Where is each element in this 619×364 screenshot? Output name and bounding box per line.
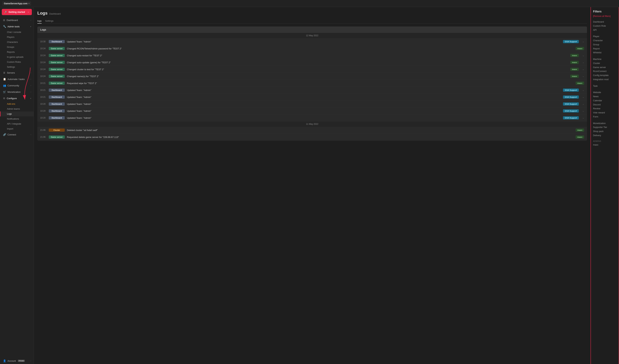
filter-item-integration-mod[interactable]: Integration mod: [593, 78, 617, 81]
log-time: 10:24: [40, 68, 47, 70]
sidebar-sub-ingame-uploads[interactable]: In-game uploads: [0, 54, 34, 60]
tab-settings[interactable]: Settings: [45, 18, 54, 24]
log-time: 10:24: [40, 47, 47, 50]
sidebar-sub-custom-roles[interactable]: Custom Roles: [0, 60, 34, 65]
log-expand-icon[interactable]: ⌄: [582, 89, 584, 91]
log-badge-gameserver: Game server: [49, 54, 65, 57]
sidebar-sub-admin-teams[interactable]: Admin teams: [0, 107, 34, 111]
sidebar-item-servers[interactable]: 🖥 Servers ›: [0, 69, 34, 76]
sidebar-sub-players[interactable]: Players: [0, 35, 34, 40]
filter-item-vote-reward[interactable]: Vote reward: [593, 111, 617, 115]
configure-icon: ⚙: [3, 97, 5, 100]
tab-logs[interactable]: logs: [37, 18, 42, 24]
log-row[interactable]: 10:21 Dashboard Updated Team: "Admin" GS…: [37, 94, 587, 101]
filter-item-maxx[interactable]: maxx: [593, 143, 617, 147]
sidebar-sub-chat-console[interactable]: Chat / console: [0, 30, 34, 35]
community-icon: 👥: [3, 84, 6, 87]
filter-item-custom-role[interactable]: Custom Role: [593, 24, 617, 28]
log-row[interactable]: 10:20 Dashboard Updated Team: "Admin" GS…: [37, 114, 587, 121]
remove-all-filters-link[interactable]: [Remove all filters]: [593, 15, 617, 17]
monetization-icon: 🛒: [3, 91, 6, 93]
log-expand-icon[interactable]: ⌄: [582, 103, 584, 105]
log-expand-icon[interactable]: ⌄: [582, 40, 584, 43]
sidebar-sub-import[interactable]: Import: [0, 126, 34, 131]
filter-group-1: Dashboard Custom Role API: [593, 20, 617, 32]
filter-item-character[interactable]: Character: [593, 39, 617, 43]
log-expand-icon[interactable]: ⌄: [582, 68, 584, 70]
log-expand-icon[interactable]: ⌄: [582, 75, 584, 78]
log-row[interactable]: 10:21 Game server Requested wipe for "TE…: [37, 80, 587, 87]
sidebar-sub-addons[interactable]: Add-ons: [0, 101, 34, 107]
sidebar-sub-groups[interactable]: Groups: [0, 45, 34, 50]
account-private-badge: Private: [18, 360, 25, 362]
log-badge-dashboard: Dashboard: [49, 89, 65, 92]
filter-item-game-server[interactable]: Game server: [593, 65, 617, 69]
log-row[interactable]: 10:24 Game server Changed name(s) for "T…: [37, 73, 587, 80]
sidebar-item-community[interactable]: 👥 Community ›: [0, 82, 34, 89]
filter-item-shop-pack[interactable]: Shop pack: [593, 129, 617, 134]
filter-group-6: Monetization Supporter Tier Shop pack De…: [593, 121, 617, 137]
app-dropdown-arrow: ▾: [28, 2, 29, 4]
log-row[interactable]: 10:24 Game server Changed cluster to tes…: [37, 66, 587, 73]
sidebar: 🚀 Getting started → ⊞ Dashboard › 🔧 Admi…: [0, 7, 34, 364]
log-expand-icon[interactable]: ⌄: [582, 96, 584, 98]
app-title[interactable]: GameServerApp.com ▾: [2, 1, 31, 5]
log-expand-icon[interactable]: ⌄: [582, 54, 584, 57]
sidebar-item-configure[interactable]: ⚙ Configure ▾: [0, 95, 34, 101]
filter-item-config-template[interactable]: Config template: [593, 73, 617, 78]
sidebar-item-automate-tasks[interactable]: 📋 Automate / tasks ›: [0, 76, 34, 82]
log-expand-icon[interactable]: ⌄: [582, 61, 584, 64]
filter-item-machine[interactable]: Machine: [593, 57, 617, 61]
main-content: Logs Dashboard logs Settings Logs 12 May…: [34, 7, 591, 364]
sidebar-sub-notifications[interactable]: Notifications: [0, 116, 34, 121]
filter-item-website[interactable]: Website: [593, 91, 617, 94]
filter-item-news[interactable]: News: [593, 94, 617, 99]
log-message: Deleted cluster "sd fsdaf sadf": [67, 129, 574, 132]
log-row[interactable]: 10:21 Dashboard Updated Team: "Admin" GS…: [37, 87, 587, 94]
filter-item-player[interactable]: Player: [593, 34, 617, 39]
filter-item-form[interactable]: Form: [593, 115, 617, 119]
filter-item-delivery[interactable]: Delivery: [593, 134, 617, 137]
log-user-maxx: maxx: [570, 54, 579, 57]
log-user-maxx: maxx: [576, 81, 584, 85]
filter-item-discord[interactable]: Discord: [593, 103, 617, 107]
log-badge-dashboard: Dashboard: [49, 40, 65, 43]
sidebar-sub-settings[interactable]: Settings: [0, 65, 34, 69]
log-row[interactable]: 10:30 Dashboard Updated Team: "Admin" GS…: [37, 38, 587, 45]
sidebar-sub-logs[interactable]: Logs: [0, 111, 34, 116]
filter-item-report[interactable]: Report: [593, 47, 617, 51]
filter-item-supporter-tier[interactable]: Supporter Tier: [593, 125, 617, 129]
log-row[interactable]: 10:20 Dashboard Updated Team: "Admin" GS…: [37, 101, 587, 108]
sidebar-sub-characters[interactable]: Characters: [0, 40, 34, 45]
log-expand-icon[interactable]: ⌄: [582, 117, 584, 119]
filter-item-api[interactable]: API: [593, 28, 617, 32]
log-row[interactable]: 21:06 Game server Requested delete game …: [37, 134, 587, 141]
log-row[interactable]: 10:20 Dashboard Updated Team: "Admin" GS…: [37, 108, 587, 114]
log-badge-dashboard: Dashboard: [49, 102, 65, 106]
sidebar-item-connect[interactable]: 🔗 Connect ›: [0, 131, 34, 138]
log-row[interactable]: 21:06 Cluster Deleted cluster "sd fsdaf …: [37, 127, 587, 134]
account-chevron: ›: [31, 360, 31, 362]
filter-item-cluster[interactable]: Cluster: [593, 61, 617, 65]
filter-item-whitelist[interactable]: Whitelist: [593, 51, 617, 55]
log-row[interactable]: 10:24 Game server Changed auto-update (g…: [37, 59, 587, 66]
filter-item-dashboard[interactable]: Dashboard: [593, 20, 617, 24]
getting-started-button[interactable]: 🚀 Getting started →: [2, 9, 32, 15]
sidebar-item-account[interactable]: 👤 Account Private ›: [0, 358, 34, 364]
filter-item-calendar[interactable]: Calendar: [593, 99, 617, 103]
sidebar-item-dashboard[interactable]: ⊞ Dashboard ›: [0, 17, 34, 23]
filter-item-group[interactable]: Group: [593, 43, 617, 47]
sidebar-sub-api[interactable]: API / Integrate: [0, 121, 34, 126]
log-row[interactable]: 10:24 Game server Changed auto-restart f…: [37, 52, 587, 59]
sidebar-sub-reports[interactable]: Reports: [0, 50, 34, 54]
admin-tools-chevron: ▾: [30, 26, 31, 27]
filter-item-monetization[interactable]: Monetization: [593, 121, 617, 125]
filter-item-review[interactable]: Review: [593, 107, 617, 111]
log-expand-icon[interactable]: ⌄: [582, 110, 584, 112]
sidebar-item-admin-tools[interactable]: 🔧 Admin tools ▾: [0, 23, 34, 30]
log-row[interactable]: 10:24 Game server Changed RCON/Telnet/Ad…: [37, 45, 587, 52]
filter-item-task[interactable]: Task: [593, 84, 617, 88]
filter-item-rconconnect[interactable]: RconConnect: [593, 69, 617, 73]
sidebar-item-monetization[interactable]: 🛒 Monetization ›: [0, 89, 34, 95]
log-time: 10:30: [40, 40, 47, 43]
